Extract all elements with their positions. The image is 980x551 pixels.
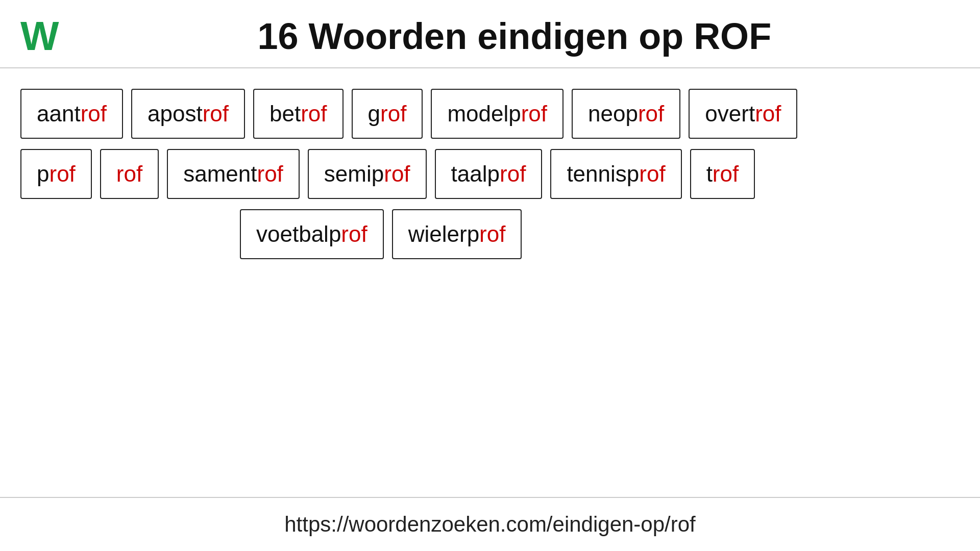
word-prefix: taalp	[451, 161, 500, 187]
word-trof[interactable]: trof	[690, 149, 755, 199]
word-row-1: aantrof apostrof betrof grof modelprof n…	[20, 89, 960, 139]
word-taalprof[interactable]: taalprof	[435, 149, 543, 199]
word-prefix: bet	[270, 101, 301, 127]
word-suffix: rof	[638, 101, 664, 127]
word-suffix: rof	[639, 161, 665, 187]
word-prefix: g	[368, 101, 380, 127]
word-suffix: rof	[384, 161, 410, 187]
word-apostrof[interactable]: apostrof	[131, 89, 245, 139]
word-prefix: p	[37, 161, 49, 187]
word-prefix: overt	[705, 101, 755, 127]
word-prefix: aant	[37, 101, 81, 127]
word-suffix: rof	[713, 161, 739, 187]
word-suffix: rof	[257, 161, 283, 187]
word-rof[interactable]: rof	[100, 149, 159, 199]
word-suffix: rof	[380, 101, 406, 127]
word-row-3: voetbalprof wielerprof	[20, 209, 960, 259]
word-suffix: rof	[81, 101, 107, 127]
word-tennisprof[interactable]: tennisprof	[550, 149, 681, 199]
word-grof[interactable]: grof	[352, 89, 423, 139]
word-prefix: apost	[148, 101, 203, 127]
word-prefix: tennisp	[567, 161, 639, 187]
word-suffix: rof	[479, 221, 505, 247]
word-suffix: rof	[521, 101, 547, 127]
word-voetbalprof[interactable]: voetbalprof	[240, 209, 384, 259]
word-neoprof[interactable]: neoprof	[572, 89, 680, 139]
word-samentrof[interactable]: samentrof	[167, 149, 300, 199]
word-prefix: sament	[183, 161, 257, 187]
word-prefix: voetbalp	[256, 221, 341, 247]
word-suffix: rof	[49, 161, 75, 187]
page-title: 16 Woorden eindigen op ROF	[80, 15, 949, 57]
word-overtrof[interactable]: overtrof	[689, 89, 797, 139]
word-prefix: modelp	[447, 101, 521, 127]
word-suffix: rof	[301, 101, 327, 127]
word-suffix: rof	[341, 221, 367, 247]
word-prof[interactable]: prof	[20, 149, 92, 199]
word-semiprof[interactable]: semiprof	[308, 149, 427, 199]
word-prefix: rof	[116, 161, 142, 187]
word-row-2: prof rof samentrof semiprof taalprof ten…	[20, 149, 960, 199]
page-footer: https://woordenzoeken.com/eindigen-op/ro…	[0, 497, 980, 551]
word-betrof[interactable]: betrof	[253, 89, 344, 139]
footer-url: https://woordenzoeken.com/eindigen-op/ro…	[284, 512, 696, 536]
word-prefix: semip	[324, 161, 384, 187]
word-prefix: wielerp	[408, 221, 479, 247]
word-suffix: rof	[500, 161, 526, 187]
word-aantrof[interactable]: aantrof	[20, 89, 123, 139]
word-prefix: t	[706, 161, 713, 187]
word-content: aantrof apostrof betrof grof modelprof n…	[0, 68, 980, 497]
word-suffix: rof	[755, 101, 781, 127]
word-prefix: neop	[588, 101, 638, 127]
site-logo: W	[20, 16, 59, 57]
page-header: W 16 Woorden eindigen op ROF	[0, 0, 980, 68]
word-wielerprof[interactable]: wielerprof	[392, 209, 522, 259]
word-modelprof[interactable]: modelprof	[431, 89, 564, 139]
word-suffix: rof	[203, 101, 229, 127]
